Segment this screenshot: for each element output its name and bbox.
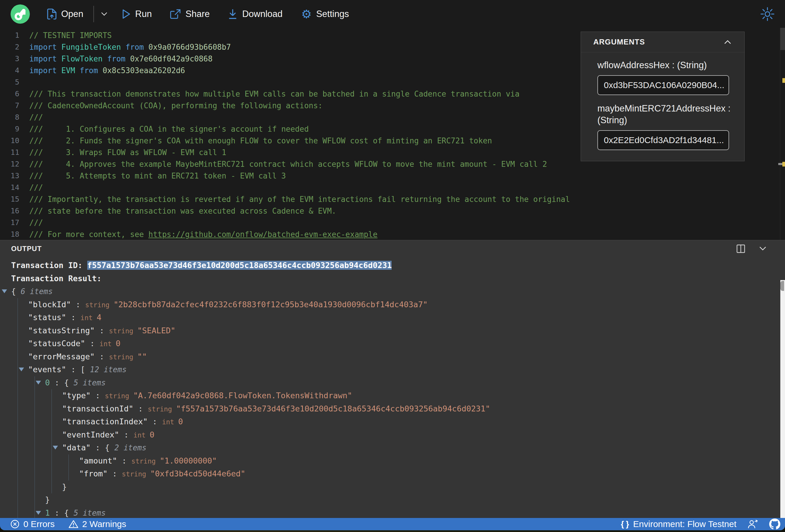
output-tree-row: "eventIndex" : int 0 (0, 428, 785, 441)
line-number: 3 (0, 53, 29, 65)
code-text: /// 5. Attempts to mint an ERC721 token … (29, 170, 286, 182)
code-text: /// (29, 182, 43, 194)
chevron-down-icon (100, 11, 108, 17)
argument-label-wflow: wflowAddressHex : (String) (598, 59, 729, 71)
line-number: 9 (0, 123, 29, 135)
feedback-person-icon[interactable] (747, 519, 759, 529)
line-number: 14 (0, 182, 29, 194)
output-scrollbar[interactable] (780, 280, 785, 518)
output-tree-row: "from" : string "0xfd3b4cd50d44e6ed" (0, 467, 785, 481)
editor-scrollbar-thumb[interactable] (780, 28, 785, 50)
argument-input-wflow[interactable]: 0xd3bF53DAC106A0290B04... (598, 75, 729, 95)
output-tree-row: "transactionId" : string "f557a1573b76aa… (0, 402, 785, 415)
open-label: Open (61, 9, 83, 19)
code-line: 18/// For more context, see https://gith… (0, 229, 785, 240)
output-tree-row: "statusString" : string "SEALED" (0, 324, 785, 337)
line-number: 12 (0, 158, 29, 170)
output-header: OUTPUT (0, 240, 785, 257)
open-dropdown-button[interactable] (100, 11, 108, 17)
status-bar: 0 Errors 2 Warnings { } Environment: Flo… (0, 518, 785, 530)
collapse-chevron-up-icon[interactable] (723, 39, 733, 45)
output-panel: OUTPUT Transaction ID: f557a1573b76aa53e… (0, 240, 785, 518)
collapse-output-chevron-icon[interactable] (758, 246, 767, 252)
arguments-panel: ARGUMENTS wflowAddressHex : (String) 0xd… (581, 32, 744, 161)
code-line: 14/// (0, 182, 785, 194)
toolbar-separator (93, 6, 94, 22)
line-number: 4 (0, 65, 29, 76)
tree-toggle-icon[interactable] (53, 446, 58, 450)
tree-toggle-icon[interactable] (19, 368, 24, 371)
output-title: OUTPUT (11, 245, 42, 253)
output-tree-row: "transactionIndex" : int 0 (0, 415, 785, 428)
line-number: 13 (0, 170, 29, 182)
line-number: 7 (0, 100, 29, 111)
warnings-label: 2 Warnings (82, 519, 126, 529)
code-text: import EVM from 0x8c5303eaa26202d6 (29, 65, 185, 76)
open-button[interactable]: Open (47, 8, 83, 20)
tree-rows: { 6 items"blockId" : string "2b28cbfb87d… (0, 285, 785, 518)
download-label: Download (242, 9, 282, 19)
environment-status[interactable]: { } Environment: Flow Testnet (621, 519, 736, 529)
output-tree-row: "errorMessage" : string "" (0, 350, 785, 363)
code-text: import FlowToken from 0x7e60df042a9c0868 (29, 53, 212, 65)
output-tree-row: "amount" : string "1.00000000" (0, 454, 785, 467)
code-text: /// 2. Funds the signer's COA with enoug… (29, 135, 492, 147)
transaction-id-value[interactable]: f557a1573b76aa53e73d46f3e10d200d5c18a653… (87, 261, 391, 270)
toolbar: Open Run Share Downloa (0, 0, 785, 28)
editor-overview-ruler[interactable] (780, 28, 785, 240)
output-tree-row: "events" : [ 12 items (0, 363, 785, 376)
code-link[interactable]: https://github.com/onflow/batched-evm-ex… (148, 230, 378, 239)
tree-toggle-icon[interactable] (36, 381, 41, 384)
tree-toggle-icon[interactable] (36, 511, 41, 515)
code-text: /// (29, 111, 43, 123)
line-number: 1 (0, 30, 29, 41)
environment-label: Environment: Flow Testnet (633, 519, 736, 529)
share-label: Share (185, 9, 210, 19)
github-icon[interactable] (769, 518, 780, 530)
tree-toggle-icon[interactable] (2, 289, 7, 293)
output-tree-row: "blockId" : string "2b28cbfb87da2cfec4f0… (0, 298, 785, 311)
output-tree-row: "data" : { 2 items (0, 441, 785, 454)
settings-button[interactable]: ⚙ Settings (301, 8, 349, 20)
line-number: 6 (0, 88, 29, 100)
output-tree-row: 1 : { 5 items (0, 507, 785, 518)
output-tree-row: "type" : string "A.7e60df042a9c0868.Flow… (0, 389, 785, 402)
output-tree-row: 0 : { 5 items (0, 376, 785, 389)
theme-toggle-sun-icon[interactable] (760, 6, 775, 22)
code-line: 17/// (0, 217, 785, 229)
code-text: /// CadenceOwnedAccount (COA), performin… (29, 100, 323, 111)
output-tree-row: "status" : int 4 (0, 311, 785, 324)
transaction-result-row: Transaction Result: (0, 272, 785, 285)
line-number: 11 (0, 147, 29, 158)
split-view-icon[interactable] (736, 244, 745, 253)
code-text: import FungibleToken from 0x9a0766d93b66… (29, 41, 231, 53)
code-text: /// 4. Approves the example MaybeMintERC… (29, 158, 547, 170)
code-line: 13/// 5. Attempts to mint an ERC721 toke… (0, 170, 785, 182)
warning-icon (68, 519, 79, 529)
run-label: Run (135, 9, 152, 19)
output-scrollbar-thumb[interactable] (780, 281, 784, 291)
transaction-id-row: Transaction ID: f557a1573b76aa53e73d46f3… (0, 259, 785, 272)
output-tree-row: } (0, 493, 785, 507)
warnings-status[interactable]: 2 Warnings (68, 519, 126, 529)
line-number: 8 (0, 111, 29, 123)
errors-label: 0 Errors (23, 519, 55, 529)
line-number: 17 (0, 217, 29, 229)
line-number: 15 (0, 194, 29, 205)
share-button[interactable]: Share (170, 8, 210, 20)
flow-logo-icon (10, 4, 30, 24)
errors-status[interactable]: 0 Errors (10, 519, 55, 529)
error-icon (10, 519, 20, 529)
app-window: Open Run Share Downloa (0, 0, 785, 530)
output-tree-row: "statusCode" : int 0 (0, 337, 785, 350)
download-button[interactable]: Download (228, 8, 282, 20)
code-text: /// (29, 217, 43, 229)
open-file-icon (47, 8, 57, 20)
line-number: 10 (0, 135, 29, 147)
argument-label-maybemint: maybeMintERC721AddressHex : (String) (598, 103, 732, 126)
code-text: // TESTNET IMPORTS (29, 30, 112, 41)
argument-input-maybemint[interactable]: 0x2E2Ed0Cfd3AD2f1d34481... (598, 130, 729, 150)
code-line: 15/// Importantly, the transaction is re… (0, 194, 785, 205)
scroll-position-marker (778, 163, 782, 165)
run-button[interactable]: Run (122, 9, 152, 19)
